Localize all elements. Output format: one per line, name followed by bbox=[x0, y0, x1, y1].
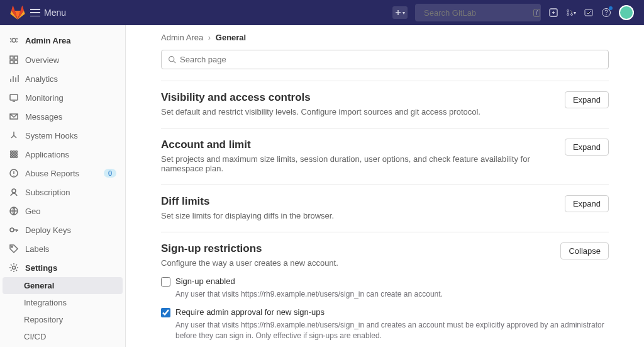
svg-point-29 bbox=[169, 57, 174, 62]
collapse-button[interactable]: Collapse bbox=[560, 242, 609, 259]
svg-point-4 bbox=[571, 14, 573, 16]
plus-icon bbox=[395, 9, 401, 16]
badge: 0 bbox=[104, 169, 116, 178]
main-content: Admin Area › General Visibility and acce… bbox=[126, 25, 644, 347]
svg-point-3 bbox=[567, 14, 569, 16]
svg-point-26 bbox=[10, 228, 14, 232]
page-search-input[interactable] bbox=[180, 55, 602, 64]
overview-icon bbox=[9, 55, 19, 65]
breadcrumb-root[interactable]: Admin Area bbox=[161, 33, 203, 42]
sidebar-item-label: Subscription bbox=[25, 188, 70, 197]
svg-point-20 bbox=[11, 156, 13, 158]
sidebar-item-abuse-reports[interactable]: Abuse Reports0 bbox=[0, 164, 125, 183]
admin-icon bbox=[9, 35, 19, 45]
sidebar-item-geo[interactable]: Geo bbox=[0, 202, 125, 220]
todos-shortcut[interactable] bbox=[584, 8, 594, 18]
section-diff: Diff limits Set size limits for displayi… bbox=[161, 185, 609, 232]
issues-shortcut[interactable] bbox=[548, 8, 558, 18]
svg-point-19 bbox=[16, 154, 18, 156]
svg-point-22 bbox=[16, 156, 18, 158]
svg-point-18 bbox=[13, 154, 15, 156]
hooks-icon bbox=[9, 130, 19, 140]
sidebar-item-overview[interactable]: Overview bbox=[0, 50, 125, 69]
signup-enabled-checkbox[interactable] bbox=[161, 277, 170, 287]
geo-icon bbox=[9, 206, 19, 216]
section-title: Visibility and access controls bbox=[161, 91, 480, 104]
section-desc: Set projects and maximum size limits, se… bbox=[161, 154, 565, 173]
expand-button[interactable]: Expand bbox=[565, 195, 609, 212]
svg-point-14 bbox=[11, 151, 13, 153]
sidebar: Admin Area OverviewAnalyticsMonitoringMe… bbox=[0, 25, 126, 347]
search-shortcut: / bbox=[533, 9, 540, 17]
expand-button[interactable]: Expand bbox=[565, 91, 609, 108]
svg-point-21 bbox=[13, 156, 15, 158]
signup-enabled-label: Sign-up enabled bbox=[175, 276, 235, 286]
hamburger-icon bbox=[30, 9, 40, 16]
merge-requests-shortcut[interactable]: ▾ bbox=[566, 8, 576, 18]
sidebar-item-label: Abuse Reports bbox=[25, 169, 79, 178]
sidebar-item-label: System Hooks bbox=[25, 131, 78, 140]
search-input[interactable] bbox=[424, 8, 530, 18]
section-visibility: Visibility and access controls Set defau… bbox=[161, 81, 609, 128]
sidebar-sub-integrations[interactable]: Integrations bbox=[0, 294, 125, 311]
breadcrumb: Admin Area › General bbox=[161, 33, 609, 42]
sidebar-item-settings[interactable]: Settings bbox=[0, 258, 125, 277]
section-title: Diff limits bbox=[161, 195, 334, 208]
page-search[interactable] bbox=[161, 50, 609, 69]
svg-rect-10 bbox=[14, 56, 18, 59]
signup-enabled-help: Any user that visits https://rh9.example… bbox=[175, 289, 609, 300]
messages-icon bbox=[9, 111, 19, 122]
svg-point-28 bbox=[13, 266, 16, 270]
global-search[interactable]: / bbox=[415, 4, 541, 21]
expand-button[interactable]: Expand bbox=[565, 139, 609, 156]
keys-icon bbox=[9, 225, 19, 235]
settings-icon bbox=[9, 263, 19, 273]
svg-rect-13 bbox=[10, 94, 18, 100]
sidebar-item-system-hooks[interactable]: System Hooks bbox=[0, 126, 125, 145]
create-new-button[interactable]: ▾ bbox=[392, 6, 408, 19]
svg-point-15 bbox=[13, 151, 15, 153]
sidebar-sub-repository[interactable]: Repository bbox=[0, 311, 125, 328]
menu-button[interactable]: Menu bbox=[30, 8, 66, 18]
section-title: Sign-up restrictions bbox=[161, 242, 338, 255]
sidebar-item-label: Settings bbox=[25, 263, 57, 273]
sidebar-item-analytics[interactable]: Analytics bbox=[0, 69, 125, 88]
sidebar-item-labels[interactable]: Labels bbox=[0, 239, 125, 258]
analytics-icon bbox=[9, 74, 19, 84]
svg-rect-11 bbox=[10, 60, 13, 64]
svg-rect-9 bbox=[10, 56, 13, 59]
admin-approval-help: Any user that visits https://rh9.example… bbox=[175, 320, 609, 341]
sidebar-item-label: Geo bbox=[25, 207, 41, 216]
sidebar-item-messages[interactable]: Messages bbox=[0, 107, 125, 126]
admin-approval-checkbox[interactable] bbox=[161, 308, 170, 317]
sidebar-item-label: Labels bbox=[25, 244, 49, 254]
abuse-icon bbox=[9, 168, 19, 178]
search-icon bbox=[168, 55, 176, 64]
svg-rect-12 bbox=[14, 60, 18, 64]
sidebar-item-label: Analytics bbox=[25, 74, 58, 84]
sidebar-item-subscription[interactable]: Subscription bbox=[0, 183, 125, 202]
sidebar-item-label: Applications bbox=[25, 150, 69, 159]
svg-point-17 bbox=[11, 154, 13, 156]
breadcrumb-current: General bbox=[216, 33, 246, 42]
section-desc: Configure the way a user creates a new a… bbox=[161, 258, 338, 268]
help-button[interactable] bbox=[601, 8, 611, 18]
sidebar-item-deploy-keys[interactable]: Deploy Keys bbox=[0, 220, 125, 239]
gitlab-logo[interactable] bbox=[10, 5, 25, 20]
sidebar-item-label: Messages bbox=[25, 112, 62, 122]
sidebar-item-applications[interactable]: Applications bbox=[0, 145, 125, 164]
sidebar-item-monitoring[interactable]: Monitoring bbox=[0, 88, 125, 107]
svg-point-27 bbox=[11, 246, 13, 247]
svg-point-16 bbox=[16, 151, 18, 153]
svg-point-2 bbox=[567, 10, 569, 12]
svg-point-24 bbox=[12, 189, 16, 193]
apps-icon bbox=[9, 149, 19, 159]
labels-icon bbox=[9, 244, 19, 254]
sidebar-item-label: Monitoring bbox=[25, 93, 64, 103]
sidebar-title: Admin Area bbox=[0, 30, 125, 50]
admin-approval-label: Require admin approval for new sign-ups bbox=[175, 307, 325, 317]
notification-dot bbox=[609, 6, 613, 10]
sidebar-sub-ci/cd[interactable]: CI/CD bbox=[0, 328, 125, 345]
sidebar-sub-general[interactable]: General bbox=[3, 277, 123, 294]
user-avatar[interactable] bbox=[619, 5, 634, 20]
